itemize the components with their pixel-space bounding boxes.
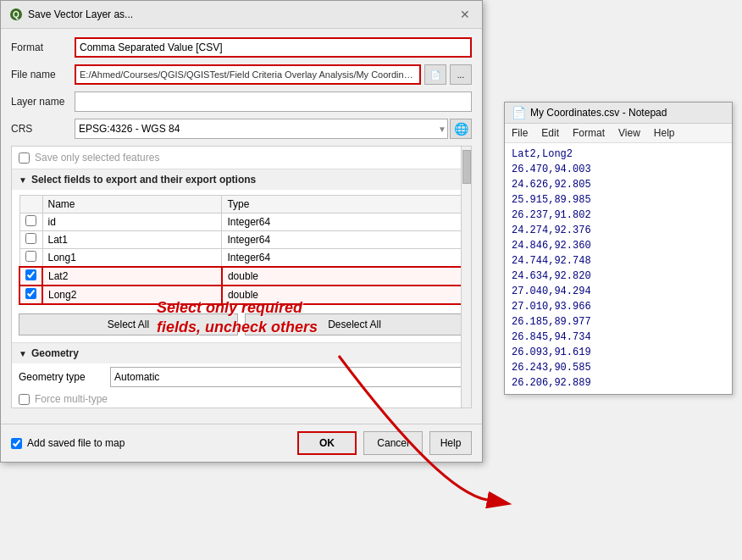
notepad-line: 24.634,92.820 [512, 269, 725, 284]
notepad-line: 27.040,94.294 [512, 284, 725, 299]
dialog-title: Save Vector Layer as... [28, 8, 133, 20]
geometry-type-label: Geometry type [19, 371, 103, 383]
notepad-menu-format[interactable]: Format [566, 125, 612, 141]
add-to-map-checkbox[interactable] [11, 438, 22, 449]
notepad-menu-view[interactable]: View [612, 125, 647, 141]
notepad-menubar: File Edit Format View Help [505, 124, 732, 143]
notepad-line: 24.846,92.360 [512, 238, 725, 253]
layername-input[interactable] [75, 91, 472, 112]
notepad-line: 26.206,92.889 [512, 375, 725, 391]
geometry-collapse-arrow: ▼ [19, 349, 27, 358]
notepad-line: 24.274,92.376 [512, 223, 725, 238]
field-checkbox[interactable] [25, 233, 36, 244]
notepad-line: 26.093,91.619 [512, 345, 725, 360]
crs-select[interactable]: EPSG:4326 - WGS 84 [75, 119, 448, 139]
notepad-line: 26.185,89.977 [512, 314, 725, 330]
notepad-title-text: My Coordinates.csv - Notepad [530, 107, 667, 119]
geometry-type-row: Geometry type Automatic [12, 363, 471, 391]
bottom-bar: Add saved file to map OK Cancel Help [1, 424, 482, 462]
notepad-line: 24.626,92.805 [512, 177, 725, 192]
notepad-line: 26.845,94.734 [512, 330, 725, 345]
notepad-content: Lat2,Long226.470,94.00324.626,92.80525.9… [505, 143, 732, 394]
file-icon-btn[interactable]: 📄 [424, 64, 446, 85]
geometry-section-title: Geometry [31, 347, 79, 359]
scrollable-section: Save only selected features ▼ Select fie… [11, 146, 472, 408]
dialog-body: Format Comma Separated Value [CSV] File … [1, 29, 482, 424]
force-multi-label: Force multi-type [35, 393, 108, 405]
format-label: Format [11, 42, 75, 53]
force-multi-row: Force multi-type [12, 391, 471, 408]
fields-table: Name Type idInteger64Lat1Integer64Long1I… [19, 195, 464, 305]
format-row: Format Comma Separated Value [CSV] [11, 37, 472, 58]
filename-label: File name [11, 69, 75, 80]
notepad-menu-help[interactable]: Help [647, 125, 682, 141]
svg-text:Q: Q [13, 10, 19, 19]
notepad-menu-file[interactable]: File [505, 125, 534, 141]
table-row: Lat2double [19, 267, 463, 286]
annotation-text: Select only required fields, uncheck oth… [157, 298, 326, 338]
field-type: Integer64 [222, 231, 463, 249]
scrollbar-thumb[interactable] [462, 150, 471, 184]
notepad-line: 26.470,94.003 [512, 162, 725, 177]
field-name: id [42, 213, 222, 231]
notepad-icon: 📄 [512, 106, 526, 119]
notepad-title-bar: 📄 My Coordinates.csv - Notepad [505, 103, 732, 124]
save-only-row: Save only selected features [12, 147, 471, 169]
layername-label: Layer name [11, 96, 75, 108]
notepad-line: Lat2,Long2 [512, 147, 725, 162]
field-type: Integer64 [222, 213, 463, 231]
scrollbar[interactable] [461, 147, 471, 408]
file-browse-btn[interactable]: ... [450, 64, 472, 85]
table-row: idInteger64 [19, 213, 463, 231]
fields-table-wrapper: Name Type idInteger64Lat1Integer64Long1I… [12, 190, 471, 310]
fields-section-title: Select fields to export and their export… [31, 174, 256, 186]
col-type: Type [222, 196, 463, 213]
field-checkbox[interactable] [25, 251, 36, 262]
geometry-section-header[interactable]: ▼ Geometry [12, 342, 471, 363]
col-checkbox [19, 196, 42, 213]
field-name: Lat1 [42, 231, 222, 249]
force-multi-checkbox[interactable] [19, 394, 30, 405]
field-name: Lat2 [42, 267, 222, 286]
notepad-line: 24.744,92.748 [512, 253, 725, 269]
format-select[interactable]: Comma Separated Value [CSV] [75, 37, 472, 58]
table-row: Lat1Integer64 [19, 231, 463, 249]
fields-collapse-arrow: ▼ [19, 175, 27, 185]
fields-section-header[interactable]: ▼ Select fields to export and their expo… [12, 169, 471, 190]
add-to-map-row: Add saved file to map [11, 437, 291, 449]
save-only-label: Save only selected features [35, 152, 159, 164]
notepad-line: 25.915,89.985 [512, 192, 725, 208]
layername-row: Layer name [11, 91, 472, 112]
cancel-button[interactable]: Cancel [363, 431, 423, 455]
add-to-map-label: Add saved file to map [27, 437, 125, 449]
notepad-line: 27.010,93.966 [512, 299, 725, 314]
save-only-checkbox[interactable] [19, 152, 30, 164]
field-type: double [222, 267, 463, 286]
notepad-line: 26.243,90.585 [512, 360, 725, 375]
save-vector-dialog: Q Save Vector Layer as... ✕ Format Comma… [0, 0, 483, 463]
table-row: Long1Integer64 [19, 249, 463, 268]
field-name: Long1 [42, 249, 222, 268]
notepad-menu-edit[interactable]: Edit [534, 125, 566, 141]
include-z-row: Include z-dimension [12, 408, 471, 408]
title-bar: Q Save Vector Layer as... ✕ [1, 1, 482, 29]
crs-label: CRS [11, 123, 75, 135]
ok-button[interactable]: OK [297, 431, 357, 455]
field-checkbox[interactable] [25, 215, 36, 226]
field-checkbox[interactable] [25, 269, 36, 280]
geometry-type-select[interactable]: Automatic [110, 367, 464, 387]
field-type: Integer64 [222, 249, 463, 268]
crs-globe-btn[interactable]: 🌐 [450, 119, 472, 139]
col-name: Name [42, 196, 222, 213]
help-button[interactable]: Help [429, 431, 472, 455]
filename-input[interactable] [75, 64, 421, 85]
qgis-icon: Q [9, 8, 23, 21]
filename-row: File name 📄 ... [11, 64, 472, 85]
field-checkbox[interactable] [25, 288, 36, 299]
close-button[interactable]: ✕ [457, 6, 473, 23]
notepad-line: 26.237,91.802 [512, 208, 725, 223]
crs-row: CRS EPSG:4326 - WGS 84 ▼ 🌐 [11, 119, 472, 139]
notepad-window: 📄 My Coordinates.csv - Notepad File Edit… [504, 102, 733, 395]
